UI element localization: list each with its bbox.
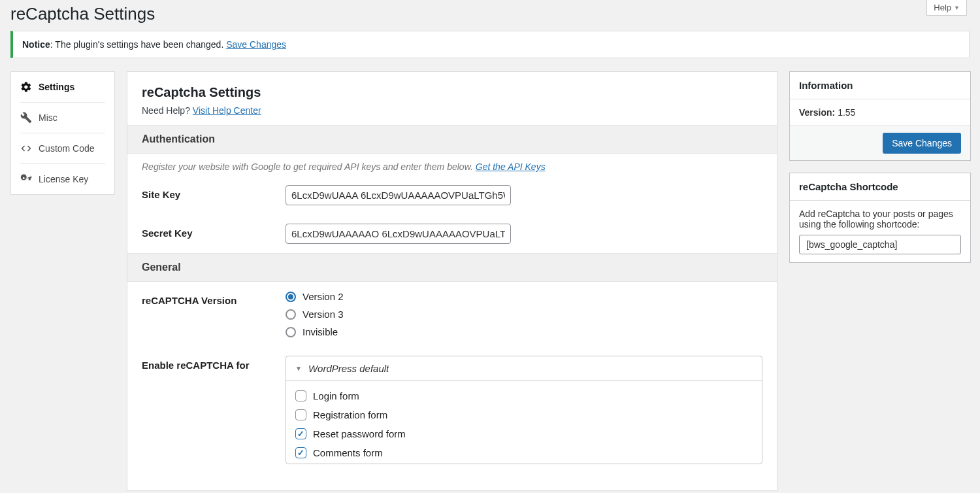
shortcode-value[interactable]: [bws_google_captcha]: [799, 235, 961, 254]
sidebar-item-label: Settings: [39, 82, 74, 92]
radio-label: Version 2: [302, 291, 344, 302]
checkbox-label: Comments form: [313, 447, 383, 458]
info-card-header: Information: [790, 72, 970, 99]
accordion-toggle[interactable]: ▼ WordPress default: [286, 356, 762, 381]
secret-key-label: Secret Key: [142, 224, 279, 239]
site-key-input[interactable]: [286, 185, 511, 205]
radio-invisible[interactable]: [286, 327, 296, 337]
notice-text: : The plugin's settings have been change…: [50, 39, 226, 50]
sidebar-item-label: License Key: [39, 174, 88, 184]
page-title: reCaptcha Settings: [10, 0, 155, 31]
checkbox-label: Login form: [313, 390, 359, 401]
site-key-label: Site Key: [142, 185, 279, 200]
forms-accordion: ▼ WordPress default Login form Registrat…: [286, 356, 762, 464]
auth-desc-text: Register your website with Google to get…: [142, 162, 476, 172]
sidebar-item-label: Misc: [39, 112, 57, 123]
settings-sidebar: Settings Misc Custom Code License Key: [10, 71, 115, 195]
checkbox-registration-form[interactable]: [295, 409, 306, 420]
radio-version-3[interactable]: [286, 309, 296, 320]
sidebar-item-custom-code[interactable]: Custom Code: [11, 133, 114, 163]
notice-banner: Notice: The plugin's settings have been …: [10, 31, 970, 58]
general-section-header: General: [127, 253, 777, 282]
accordion-head-label: WordPress default: [308, 363, 389, 374]
help-center-link[interactable]: Visit Help Center: [193, 105, 261, 116]
notice-save-link[interactable]: Save Changes: [226, 39, 286, 50]
help-tab-label: Help: [934, 3, 951, 12]
secret-key-input[interactable]: [286, 224, 511, 244]
radio-label: Invisible: [302, 326, 338, 337]
checkbox-login-form[interactable]: [295, 390, 306, 401]
key-icon: [20, 173, 32, 185]
checkbox-comments-form[interactable]: [295, 447, 306, 458]
chevron-down-icon: ▼: [954, 5, 960, 11]
wrench-icon: [20, 112, 32, 124]
sidebar-item-misc[interactable]: Misc: [11, 103, 114, 133]
checkbox-label: Registration form: [313, 409, 387, 420]
enable-for-label: Enable reCAPTCHA for: [142, 356, 279, 371]
version-value: 1.55: [835, 107, 855, 118]
radio-version-2[interactable]: [286, 292, 296, 302]
save-changes-button[interactable]: Save Changes: [883, 133, 961, 154]
version-label: Version:: [799, 107, 835, 118]
information-card: Information Version: 1.55 Save Changes: [789, 71, 971, 161]
gear-icon: [20, 81, 32, 93]
need-help-text: Need Help?: [142, 105, 193, 116]
code-icon: [20, 143, 32, 154]
sidebar-item-settings[interactable]: Settings: [11, 72, 114, 102]
shortcode-card: reCaptcha Shortcode Add reCaptcha to you…: [789, 173, 971, 263]
sidebar-item-license-key[interactable]: License Key: [11, 164, 114, 194]
checkbox-label: Reset password form: [313, 428, 406, 439]
auth-section-header: Authentication: [127, 125, 777, 154]
section-title: reCaptcha Settings: [127, 85, 777, 103]
shortcode-card-header: reCaptcha Shortcode: [790, 173, 970, 201]
get-api-keys-link[interactable]: Get the API Keys: [476, 162, 546, 172]
triangle-down-icon: ▼: [295, 365, 302, 372]
version-label: reCAPTCHA Version: [142, 291, 279, 306]
help-tab-button[interactable]: Help ▼: [926, 0, 967, 16]
notice-label: Notice: [22, 39, 50, 50]
radio-label: Version 3: [302, 309, 344, 320]
checkbox-reset-password-form[interactable]: [295, 428, 306, 439]
main-panel: reCaptcha Settings Need Help? Visit Help…: [127, 71, 777, 491]
shortcode-desc: Add reCaptcha to your posts or pages usi…: [799, 209, 961, 230]
sidebar-item-label: Custom Code: [39, 143, 95, 154]
